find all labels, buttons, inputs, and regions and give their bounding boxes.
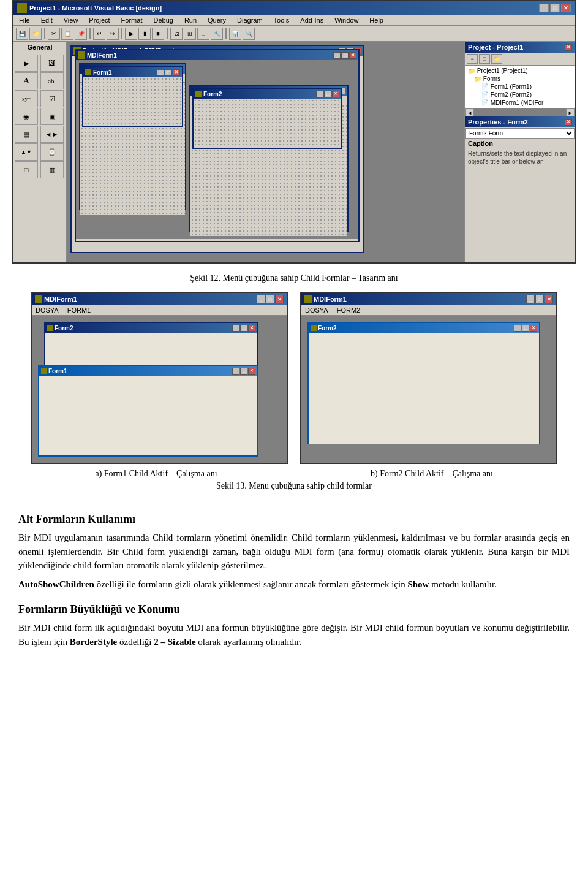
tree-form1[interactable]: 📄 Form1 (Form1)	[467, 83, 573, 91]
menu-run[interactable]: Run	[181, 16, 200, 25]
toolbar-undo[interactable]: ↩	[93, 28, 105, 40]
tool-picture[interactable]: 🖼	[40, 55, 64, 72]
form2-nested-min[interactable]: _	[316, 91, 323, 97]
mdi-form1-min[interactable]: _	[333, 52, 341, 59]
form1-nested-close[interactable]: ✕	[173, 69, 180, 76]
sw-left-menu-dosya[interactable]: DOSYA	[36, 306, 59, 314]
tool-label[interactable]: A	[15, 72, 38, 89]
toolbar-stop[interactable]: ■	[152, 28, 164, 40]
tool-textbox[interactable]: ab|	[40, 72, 64, 89]
sw-l-f1-max[interactable]: □	[240, 368, 247, 375]
sw-l-f2-close[interactable]: ✕	[248, 325, 255, 332]
tree-forms[interactable]: 📁 Forms	[467, 75, 573, 83]
toolbar-projectexplorer[interactable]: 🗂	[170, 28, 183, 40]
tool-list[interactable]: ▤	[15, 126, 38, 143]
sw-left-close[interactable]: ✕	[275, 295, 284, 303]
form1-nested-max[interactable]: □	[165, 69, 172, 76]
toolbar-properties[interactable]: ⊞	[184, 28, 196, 40]
mdi-form1-max[interactable]: □	[341, 52, 349, 59]
project-view-code[interactable]: ≡	[467, 54, 478, 64]
screenshots-row: MDIForm1 _ □ ✕ DOSYA FORM1 F	[18, 292, 570, 464]
toolbar-redo[interactable]: ↪	[107, 28, 119, 40]
menu-edit[interactable]: Edit	[38, 16, 56, 25]
form2-nested-close[interactable]: ✕	[332, 91, 339, 97]
tool-radio[interactable]: ◉	[15, 108, 38, 125]
minimize-button[interactable]: _	[539, 4, 549, 12]
project-toggle-folders[interactable]: 📁	[491, 54, 502, 64]
form1-nested-min[interactable]: _	[157, 69, 164, 76]
project-panel-close[interactable]: ✕	[565, 44, 572, 51]
toolbar-formdesigner[interactable]: □	[197, 28, 209, 40]
tool-combo[interactable]: ▣	[40, 108, 64, 125]
property-name: Caption	[466, 139, 575, 148]
toolbar-save[interactable]: 💾	[16, 28, 28, 40]
menu-file[interactable]: File	[16, 16, 33, 25]
toolbar-toolbox[interactable]: 🔧	[211, 28, 223, 40]
tool-vscroll[interactable]: ▲▼	[15, 143, 38, 161]
tool-hscroll[interactable]: ◄►	[40, 126, 64, 143]
toolbar-pause[interactable]: ⏸	[138, 28, 151, 40]
project-view-object[interactable]: □	[479, 54, 490, 64]
scroll-right[interactable]: ►	[566, 108, 575, 117]
tool-timer[interactable]: ⌚	[40, 143, 64, 161]
toolbar-paste[interactable]: 📌	[75, 28, 87, 40]
scroll-track[interactable]	[474, 108, 566, 116]
toolbar-cut[interactable]: ✂	[48, 28, 60, 40]
toolbar-extra2[interactable]: 🔍	[243, 28, 255, 40]
scroll-left[interactable]: ◄	[466, 108, 474, 117]
form2-nested-max[interactable]: □	[324, 91, 331, 97]
menu-window[interactable]: Window	[331, 16, 361, 25]
menu-query[interactable]: Query	[205, 16, 229, 25]
sw-l-f1-min[interactable]: _	[232, 368, 239, 375]
menu-format[interactable]: Format	[118, 16, 146, 25]
menu-view[interactable]: View	[61, 16, 81, 25]
sw-left-max[interactable]: □	[266, 295, 274, 303]
sw-left-min[interactable]: _	[257, 295, 265, 303]
sw-l-f2-min[interactable]: _	[232, 325, 239, 332]
toolbar-copy[interactable]: 📋	[61, 28, 74, 40]
sw-right-max[interactable]: □	[535, 295, 544, 303]
maximize-button[interactable]: □	[550, 4, 560, 12]
sw-right-min[interactable]: _	[526, 295, 535, 303]
menu-project[interactable]: Project	[86, 16, 113, 25]
mdi-form1-close[interactable]: ✕	[349, 52, 356, 59]
sw-l-f1-close[interactable]: ✕	[248, 368, 255, 375]
menu-help[interactable]: Help	[366, 16, 386, 25]
toolbox-title: General	[13, 42, 66, 53]
menu-debug[interactable]: Debug	[150, 16, 176, 25]
tool-pointer[interactable]: ▶	[15, 55, 38, 72]
sw-r-f2-min[interactable]: _	[514, 325, 521, 332]
sw-left-menu-form1[interactable]: FORM1	[67, 306, 91, 314]
mdi-form1-window: MDIForm1 _ □ ✕	[75, 49, 360, 242]
heading-alt-formlar: Alt Formların Kullanımı	[18, 513, 570, 526]
toolbox-grid: ▶ 🖼 A ab| xy= ☑ ◉ ▣ ▤ ◄► ▲▼ ⌚ □ ▥	[13, 53, 66, 180]
fig13-caption: Şekil 13. Menu çubuğuna sahip child form…	[18, 481, 570, 491]
toolbar-open[interactable]: 📁	[29, 28, 42, 40]
sw-right-close[interactable]: ✕	[545, 295, 553, 303]
sw-right-body: Form2 _ □ ✕	[301, 316, 556, 463]
form1-nested-body	[83, 77, 182, 126]
sw-right-menu-form2[interactable]: FORM2	[337, 306, 361, 314]
sw-l-f2-max[interactable]: □	[240, 325, 247, 332]
close-button[interactable]: ✕	[561, 4, 571, 12]
sw-right-menu-dosya[interactable]: DOSYA	[305, 306, 328, 314]
properties-dropdown[interactable]: Form2 Form	[466, 128, 575, 139]
tree-form2[interactable]: 📄 Form2 (Form2)	[467, 91, 573, 99]
sw-r-f2-close[interactable]: ✕	[530, 325, 537, 332]
menu-tools[interactable]: Tools	[271, 16, 293, 25]
tool-frame[interactable]: xy=	[15, 90, 38, 107]
properties-close[interactable]: ✕	[565, 119, 572, 126]
sw-r-f2-max[interactable]: □	[522, 325, 529, 332]
menu-diagram[interactable]: Diagram	[234, 16, 266, 25]
menu-addins[interactable]: Add-Ins	[297, 16, 326, 25]
tool-shape[interactable]: □	[15, 161, 38, 178]
tree-root[interactable]: 📁 Project1 (Project1)	[467, 67, 573, 75]
toolbar-play[interactable]: ▶	[125, 28, 137, 40]
sw-left-icon	[35, 295, 42, 303]
tool-checkbox[interactable]: ☑	[40, 90, 64, 107]
tree-mdiform1[interactable]: 📄 MDIForm1 (MDIFor	[467, 99, 573, 107]
project-scrollbar: ◄ ►	[466, 108, 575, 116]
toolbar-extra1[interactable]: 📊	[229, 28, 241, 40]
form1-nested-title: Form1	[93, 69, 112, 76]
tool-image[interactable]: ▥	[40, 161, 64, 178]
